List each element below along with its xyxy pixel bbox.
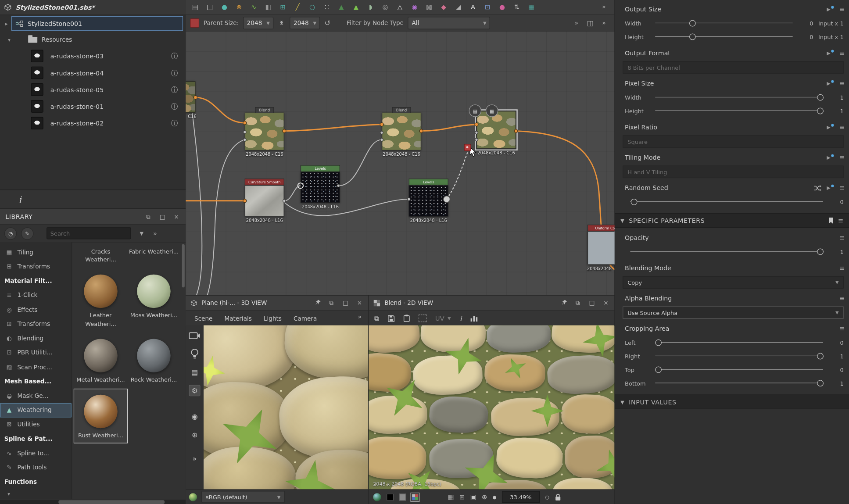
pixel-height-slider[interactable]: [655, 107, 823, 114]
transform-mode-icon[interactable]: [418, 315, 426, 322]
parameter-menu-icon[interactable]: ≡: [839, 123, 845, 131]
channel-preview-icon[interactable]: [373, 493, 381, 501]
maximize-panel-icon[interactable]: □: [342, 299, 349, 306]
split-view-icon[interactable]: ◫: [587, 19, 594, 27]
toolbar-node-button[interactable]: ▲: [334, 0, 348, 14]
resource-item[interactable]: a-rudas-stone-04 ⓘ: [0, 64, 186, 81]
output-size-dropdown[interactable]: 2048▼: [290, 17, 320, 29]
edit-icon[interactable]: ✎: [21, 227, 33, 239]
transform-gizmo-icon[interactable]: ⊕: [189, 429, 201, 441]
parameter-menu-icon[interactable]: ≡: [839, 184, 845, 192]
library-item[interactable]: Leather Weatheri...: [74, 269, 127, 331]
toolbar-node-button[interactable]: ◢: [451, 0, 466, 14]
toolbar-node-button[interactable]: △: [393, 0, 407, 14]
blending-mode-dropdown[interactable]: Copy ▼: [623, 276, 843, 288]
library-category[interactable]: Spline & Pat...: [0, 432, 72, 446]
info-icon[interactable]: ⓘ: [171, 101, 178, 111]
pixel-width-slider[interactable]: [655, 93, 823, 101]
info-italic-icon[interactable]: i: [18, 194, 21, 205]
library-category[interactable]: ▦ Tiling: [0, 245, 72, 260]
zoom-level-input[interactable]: [502, 491, 540, 503]
node-input-image[interactable]: C16: [186, 81, 195, 113]
menu-item[interactable]: Scene: [194, 315, 212, 322]
toolbar-node-button[interactable]: ●: [495, 0, 509, 14]
graph-toolbar-overflow-icon[interactable]: »: [570, 19, 583, 26]
close-panel-icon[interactable]: ×: [173, 213, 180, 220]
parameter-menu-icon[interactable]: ≡: [839, 154, 845, 161]
strip-overflow-icon[interactable]: »: [189, 453, 201, 465]
scroll-down-chevron-icon[interactable]: ▾: [3, 492, 10, 497]
menu-item[interactable]: Camera: [294, 315, 317, 322]
toolbar-overflow-icon[interactable]: »: [598, 3, 610, 10]
library-item[interactable]: Rock Weatheri...: [127, 333, 180, 387]
background-gray-swatch[interactable]: [399, 493, 406, 500]
section-collapse-icon[interactable]: ▼: [620, 399, 624, 404]
reset-size-icon[interactable]: ↺: [325, 19, 330, 27]
cropping-slider[interactable]: [655, 379, 823, 386]
node-blend-1[interactable]: Blend 2048x2048 - C16: [245, 113, 284, 150]
material-sphere-icon[interactable]: ◉: [189, 411, 201, 422]
save-image-icon[interactable]: [387, 315, 394, 322]
node-quick-edit-button[interactable]: ▤: [469, 104, 481, 117]
toolbar-node-button[interactable]: ▦: [524, 0, 539, 14]
toolbar-node-button[interactable]: A: [466, 0, 480, 14]
output-height-slider[interactable]: [655, 33, 792, 40]
light-icon[interactable]: [189, 348, 201, 360]
library-category[interactable]: ⊞ Transforms: [0, 260, 72, 274]
toolbar-node-button[interactable]: ⊗: [232, 0, 246, 14]
uv-overlay-dropdown[interactable]: UV ▼: [435, 315, 451, 322]
toolbar-node-button[interactable]: ▩: [422, 0, 436, 14]
toolbar-node-button[interactable]: ⇅: [509, 0, 524, 14]
library-category[interactable]: ∿ Spline to...: [0, 446, 72, 461]
filter-icon[interactable]: ▼: [140, 231, 143, 236]
library-item[interactable]: Moss Weatheri...: [127, 269, 180, 331]
node-blend-2[interactable]: Blend 2048x2048 - C16: [382, 113, 421, 150]
info-icon[interactable]: ⓘ: [171, 85, 178, 94]
toolbar-node-button[interactable]: □: [203, 0, 217, 14]
input-values-section[interactable]: ▼ INPUT VALUES: [615, 395, 849, 409]
toolbar-node-button[interactable]: ◗: [363, 0, 378, 14]
library-item[interactable]: Fabric Weatheri...: [127, 245, 180, 267]
library-item[interactable]: Rust Weatheri...: [74, 389, 127, 443]
expose-parameter-icon[interactable]: ▶: [827, 155, 834, 160]
toolbar-node-button[interactable]: ●: [217, 0, 232, 14]
info-icon[interactable]: ⓘ: [171, 68, 178, 78]
parameter-menu-icon[interactable]: ≡: [839, 264, 845, 272]
menu-item[interactable]: Lights: [264, 315, 282, 322]
parameter-menu-icon[interactable]: ≡: [839, 49, 845, 57]
toolbar-node-button[interactable]: ◆: [437, 0, 451, 14]
node-levels-1[interactable]: Levels 2048x2048 - L16: [301, 165, 340, 203]
shuffle-icon[interactable]: [814, 185, 821, 191]
info-icon[interactable]: ⓘ: [171, 118, 178, 128]
copy-image-icon[interactable]: ⧉: [374, 315, 379, 322]
paste-icon[interactable]: [403, 315, 410, 322]
expose-parameter-icon[interactable]: ▶: [827, 185, 834, 190]
fit-view-icon[interactable]: ⊞: [459, 493, 465, 500]
collapse-chevron-icon[interactable]: ▾: [5, 37, 13, 43]
library-category[interactable]: Mesh Based...: [0, 374, 72, 389]
toolbar-node-button[interactable]: ◉: [407, 0, 422, 14]
expose-parameter-icon[interactable]: ▶: [827, 81, 834, 86]
toolbar-node-button[interactable]: ∿: [246, 0, 261, 14]
section-collapse-icon[interactable]: ▼: [620, 218, 624, 223]
expose-parameter-icon[interactable]: ▶: [827, 50, 834, 56]
cropping-slider[interactable]: [655, 366, 823, 373]
graph-canvas[interactable]: C16 Blend 2048x2048 - C16 Blend 2048x204…: [186, 32, 614, 295]
link-size-icon[interactable]: [278, 19, 285, 26]
document-title-row[interactable]: StylizedStone001.sbs*: [0, 0, 186, 15]
2d-view-header[interactable]: Blend - 2D VIEW ⧉ □ ×: [369, 296, 614, 311]
maximize-panel-icon[interactable]: □: [159, 213, 166, 220]
3d-view-header[interactable]: Plane (hi-... - 3D VIEW ⧉ □ ×: [186, 296, 368, 311]
parameter-menu-icon[interactable]: ≡: [839, 234, 845, 241]
expose-parameter-icon[interactable]: ▶: [827, 7, 834, 12]
pin-icon[interactable]: [562, 299, 568, 305]
library-item[interactable]: Metal Weatheri...: [74, 333, 127, 387]
3d-viewport[interactable]: [204, 325, 368, 490]
parameter-menu-icon[interactable]: ≡: [839, 5, 845, 13]
pixel-ratio-dropdown[interactable]: Square: [623, 136, 843, 148]
library-category[interactable]: ≡ 1-Click: [0, 288, 72, 303]
search-input[interactable]: [47, 227, 131, 239]
random-seed-slider[interactable]: [630, 198, 823, 205]
resource-item[interactable]: a-rudas-stone-02 ⓘ: [0, 115, 186, 132]
library-category[interactable]: ⊡ PBR Utiliti...: [0, 346, 72, 360]
